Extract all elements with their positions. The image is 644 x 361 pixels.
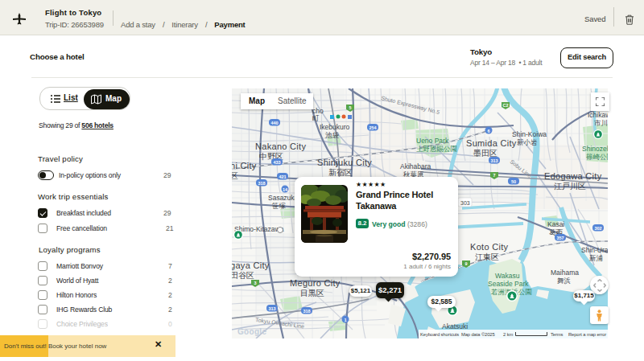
svg-text:Seaside Park: Seaside Park [488,280,529,288]
svg-text:Edogawa City: Edogawa City [544,171,602,181]
svg-text:50: 50 [511,179,516,184]
svg-text:14: 14 [283,187,288,192]
svg-text:Meguro City: Meguro City [290,278,341,288]
svg-text:篠崎公園: 篠崎公園 [586,153,608,161]
svg-text:Nakano City: Nakano City [255,142,306,151]
svg-text:新小岩: 新小岩 [517,138,538,146]
svg-text:田谷区: 田谷区 [232,271,254,280]
svg-text:Kasai: Kasai [547,220,564,228]
svg-text:318: 318 [258,181,265,186]
svg-text:313: 313 [268,306,275,311]
svg-text:Sasazuka: Sasazuka [268,194,299,202]
svg-text:254: 254 [369,125,377,130]
svg-text:318: 318 [303,309,310,314]
svg-text:江戸川区: 江戸川区 [554,182,586,191]
svg-text:6: 6 [487,129,489,133]
svg-text:357: 357 [556,236,564,240]
svg-text:Wakasu: Wakasu [495,272,520,280]
svg-text:421: 421 [279,174,286,179]
svg-text:Maihama: Maihama [551,269,579,277]
svg-text:新宿区: 新宿区 [328,168,353,177]
svg-text:区: 区 [232,171,238,180]
svg-text:市川: 市川 [594,119,608,127]
svg-text:gaya City: gaya City [232,260,270,270]
svg-text:Shin-Urayas: Shin-Urayas [581,246,608,254]
svg-text:町: 町 [312,114,320,122]
svg-text:墨田区: 墨田区 [473,149,497,158]
svg-text:hi City: hi City [232,161,257,170]
svg-text:Ikebukuro: Ikebukuro [320,123,350,131]
svg-text:1: 1 [344,318,346,322]
svg-text:Shinozeki P: Shinozeki P [582,145,608,153]
svg-text:Shin-Koiwa: Shin-Koiwa [512,130,547,138]
svg-text:440: 440 [270,121,278,125]
svg-text:笹塚: 笹塚 [272,202,287,210]
svg-text:新浦: 新浦 [589,254,603,262]
svg-text:433: 433 [273,160,280,165]
svg-text:Akihabara: Akihabara [400,162,431,170]
svg-text:7: 7 [493,173,495,178]
svg-text:上野恩賜公園: 上野恩賜公園 [416,145,457,153]
svg-text:302: 302 [594,226,601,231]
svg-text:Ueno Park: Ueno Park [416,137,449,145]
svg-text:Ichikawa: Ichikawa [588,111,608,119]
svg-text:5: 5 [349,105,351,110]
svg-text:舞浜: 舞浜 [557,277,572,285]
svg-text:303: 303 [460,200,470,206]
svg-text:9: 9 [464,261,467,266]
svg-text:目黒区: 目黒区 [300,289,324,297]
svg-text:池袋: 池袋 [325,131,340,139]
svg-text:3: 3 [254,281,256,285]
svg-text:Shinjuku City: Shinjuku City [317,158,372,167]
svg-text:Sumida City: Sumida City [466,138,517,148]
svg-text:313: 313 [490,158,497,163]
svg-text:Koto City: Koto City [470,242,509,252]
svg-text:江東区: 江東区 [475,252,499,261]
svg-text:C2: C2 [502,103,508,108]
